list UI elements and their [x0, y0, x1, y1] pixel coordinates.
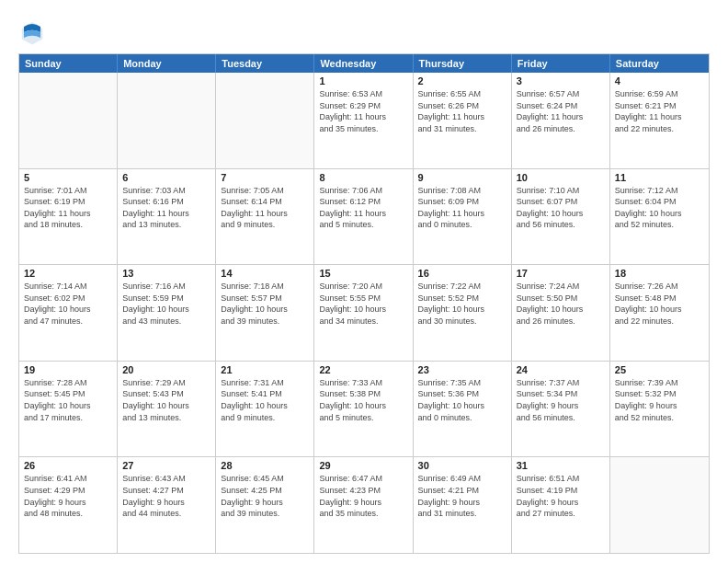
day-info: Sunrise: 7:37 AMSunset: 5:34 PMDaylight:…	[517, 377, 605, 423]
day-info: Sunrise: 7:08 AMSunset: 6:09 PMDaylight:…	[418, 185, 506, 231]
day-cell-13: 13Sunrise: 7:16 AMSunset: 5:59 PMDayligh…	[118, 265, 216, 361]
weekday-header-saturday: Saturday	[610, 54, 709, 73]
day-cell-1: 1Sunrise: 6:53 AMSunset: 6:29 PMDaylight…	[314, 73, 413, 168]
day-info: Sunrise: 7:31 AMSunset: 5:41 PMDaylight:…	[221, 377, 309, 423]
day-number: 29	[319, 460, 407, 471]
day-info: Sunrise: 6:41 AMSunset: 4:29 PMDaylight:…	[24, 473, 112, 519]
day-cell-6: 6Sunrise: 7:03 AMSunset: 6:16 PMDaylight…	[118, 169, 216, 265]
day-cell-10: 10Sunrise: 7:10 AMSunset: 6:07 PMDayligh…	[512, 169, 610, 265]
day-number: 21	[221, 364, 309, 375]
day-number: 22	[319, 364, 407, 375]
day-number: 23	[418, 364, 506, 375]
day-number: 24	[517, 364, 605, 375]
day-info: Sunrise: 7:01 AMSunset: 6:19 PMDaylight:…	[24, 185, 112, 231]
page: SundayMondayTuesdayWednesdayThursdayFrid…	[0, 0, 728, 563]
calendar-header: SundayMondayTuesdayWednesdayThursdayFrid…	[19, 54, 709, 73]
day-number: 25	[615, 364, 704, 375]
logo-icon	[18, 18, 46, 46]
day-cell-26: 26Sunrise: 6:41 AMSunset: 4:29 PMDayligh…	[19, 457, 118, 553]
day-number: 27	[122, 460, 210, 471]
day-number: 13	[122, 268, 210, 279]
day-cell-19: 19Sunrise: 7:28 AMSunset: 5:45 PMDayligh…	[19, 362, 118, 457]
day-cell-17: 17Sunrise: 7:24 AMSunset: 5:50 PMDayligh…	[512, 265, 610, 361]
day-cell-31: 31Sunrise: 6:51 AMSunset: 4:19 PMDayligh…	[512, 457, 610, 553]
day-cell-27: 27Sunrise: 6:43 AMSunset: 4:27 PMDayligh…	[118, 457, 216, 553]
day-info: Sunrise: 7:03 AMSunset: 6:16 PMDaylight:…	[122, 185, 210, 231]
day-number: 11	[615, 172, 704, 183]
empty-cell-4-6	[610, 457, 709, 553]
day-info: Sunrise: 7:28 AMSunset: 5:45 PMDaylight:…	[24, 377, 112, 423]
calendar-row-2: 5Sunrise: 7:01 AMSunset: 6:19 PMDaylight…	[19, 168, 709, 265]
day-number: 4	[615, 75, 704, 86]
day-number: 3	[517, 75, 605, 86]
day-number: 12	[24, 268, 112, 279]
day-cell-22: 22Sunrise: 7:33 AMSunset: 5:38 PMDayligh…	[314, 362, 413, 457]
day-info: Sunrise: 7:05 AMSunset: 6:14 PMDaylight:…	[221, 185, 309, 231]
day-number: 5	[24, 172, 112, 183]
day-info: Sunrise: 6:45 AMSunset: 4:25 PMDaylight:…	[221, 473, 309, 519]
day-number: 28	[221, 460, 309, 471]
day-info: Sunrise: 7:18 AMSunset: 5:57 PMDaylight:…	[221, 281, 309, 327]
day-cell-14: 14Sunrise: 7:18 AMSunset: 5:57 PMDayligh…	[216, 265, 314, 361]
day-number: 6	[122, 172, 210, 183]
day-info: Sunrise: 6:53 AMSunset: 6:29 PMDaylight:…	[319, 88, 407, 134]
day-info: Sunrise: 6:57 AMSunset: 6:24 PMDaylight:…	[517, 88, 605, 134]
day-info: Sunrise: 7:26 AMSunset: 5:48 PMDaylight:…	[615, 281, 704, 327]
day-number: 10	[517, 172, 605, 183]
day-cell-25: 25Sunrise: 7:39 AMSunset: 5:32 PMDayligh…	[610, 362, 709, 457]
day-info: Sunrise: 6:51 AMSunset: 4:19 PMDaylight:…	[517, 473, 605, 519]
day-number: 19	[24, 364, 112, 375]
day-number: 2	[418, 75, 506, 86]
day-cell-15: 15Sunrise: 7:20 AMSunset: 5:55 PMDayligh…	[314, 265, 413, 361]
day-cell-20: 20Sunrise: 7:29 AMSunset: 5:43 PMDayligh…	[118, 362, 216, 457]
day-info: Sunrise: 6:59 AMSunset: 6:21 PMDaylight:…	[615, 88, 704, 134]
day-cell-11: 11Sunrise: 7:12 AMSunset: 6:04 PMDayligh…	[610, 169, 709, 265]
day-number: 7	[221, 172, 309, 183]
logo	[18, 18, 50, 46]
day-number: 18	[615, 268, 704, 279]
day-number: 1	[319, 75, 407, 86]
day-info: Sunrise: 7:33 AMSunset: 5:38 PMDaylight:…	[319, 377, 407, 423]
header	[18, 15, 710, 46]
day-info: Sunrise: 7:06 AMSunset: 6:12 PMDaylight:…	[319, 185, 407, 231]
day-info: Sunrise: 7:16 AMSunset: 5:59 PMDaylight:…	[122, 281, 210, 327]
calendar-row-3: 12Sunrise: 7:14 AMSunset: 6:02 PMDayligh…	[19, 264, 709, 361]
day-info: Sunrise: 7:39 AMSunset: 5:32 PMDaylight:…	[615, 377, 704, 423]
calendar-row-4: 19Sunrise: 7:28 AMSunset: 5:45 PMDayligh…	[19, 361, 709, 457]
day-info: Sunrise: 7:10 AMSunset: 6:07 PMDaylight:…	[517, 185, 605, 231]
day-info: Sunrise: 7:35 AMSunset: 5:36 PMDaylight:…	[418, 377, 506, 423]
day-number: 26	[24, 460, 112, 471]
day-cell-7: 7Sunrise: 7:05 AMSunset: 6:14 PMDaylight…	[216, 169, 314, 265]
day-cell-29: 29Sunrise: 6:47 AMSunset: 4:23 PMDayligh…	[314, 457, 413, 553]
calendar-body: 1Sunrise: 6:53 AMSunset: 6:29 PMDaylight…	[19, 73, 709, 553]
day-number: 17	[517, 268, 605, 279]
day-info: Sunrise: 6:43 AMSunset: 4:27 PMDaylight:…	[122, 473, 210, 519]
day-info: Sunrise: 7:20 AMSunset: 5:55 PMDaylight:…	[319, 281, 407, 327]
weekday-header-sunday: Sunday	[19, 54, 118, 73]
day-info: Sunrise: 6:49 AMSunset: 4:21 PMDaylight:…	[418, 473, 506, 519]
day-info: Sunrise: 7:22 AMSunset: 5:52 PMDaylight:…	[418, 281, 506, 327]
weekday-header-tuesday: Tuesday	[216, 54, 314, 73]
day-cell-5: 5Sunrise: 7:01 AMSunset: 6:19 PMDaylight…	[19, 169, 118, 265]
day-cell-2: 2Sunrise: 6:55 AMSunset: 6:26 PMDaylight…	[414, 73, 512, 168]
day-number: 16	[418, 268, 506, 279]
day-info: Sunrise: 7:14 AMSunset: 6:02 PMDaylight:…	[24, 281, 112, 327]
day-info: Sunrise: 7:29 AMSunset: 5:43 PMDaylight:…	[122, 377, 210, 423]
weekday-header-wednesday: Wednesday	[314, 54, 413, 73]
day-info: Sunrise: 6:55 AMSunset: 6:26 PMDaylight:…	[418, 88, 506, 134]
day-cell-16: 16Sunrise: 7:22 AMSunset: 5:52 PMDayligh…	[414, 265, 512, 361]
weekday-header-monday: Monday	[118, 54, 216, 73]
day-cell-18: 18Sunrise: 7:26 AMSunset: 5:48 PMDayligh…	[610, 265, 709, 361]
day-cell-12: 12Sunrise: 7:14 AMSunset: 6:02 PMDayligh…	[19, 265, 118, 361]
day-number: 15	[319, 268, 407, 279]
day-cell-30: 30Sunrise: 6:49 AMSunset: 4:21 PMDayligh…	[414, 457, 512, 553]
empty-cell-0-2	[216, 73, 314, 168]
empty-cell-0-1	[118, 73, 216, 168]
day-info: Sunrise: 6:47 AMSunset: 4:23 PMDaylight:…	[319, 473, 407, 519]
day-cell-9: 9Sunrise: 7:08 AMSunset: 6:09 PMDaylight…	[414, 169, 512, 265]
day-cell-23: 23Sunrise: 7:35 AMSunset: 5:36 PMDayligh…	[414, 362, 512, 457]
day-info: Sunrise: 7:12 AMSunset: 6:04 PMDaylight:…	[615, 185, 704, 231]
day-number: 14	[221, 268, 309, 279]
day-cell-21: 21Sunrise: 7:31 AMSunset: 5:41 PMDayligh…	[216, 362, 314, 457]
day-cell-28: 28Sunrise: 6:45 AMSunset: 4:25 PMDayligh…	[216, 457, 314, 553]
